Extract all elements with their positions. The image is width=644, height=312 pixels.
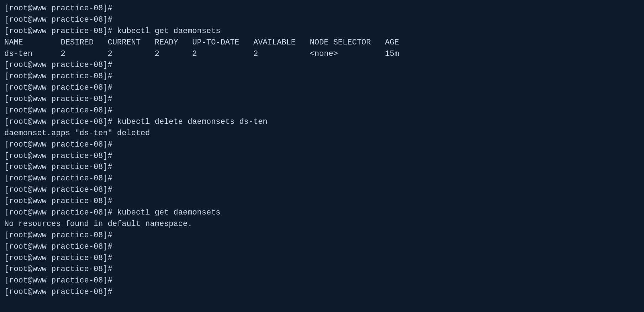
terminal-line: [root@www practice-08]#: [4, 71, 640, 82]
terminal-line: [root@www practice-08]#: [4, 286, 640, 298]
terminal-line: [root@www practice-08]#: [4, 173, 640, 184]
terminal-line: [root@www practice-08]#: [4, 59, 640, 71]
terminal-line: [root@www practice-08]#: [4, 184, 640, 196]
terminal-content: [root@www practice-08]#[root@www practic…: [4, 3, 640, 298]
terminal-line: daemonset.apps "ds-ten" deleted: [4, 128, 640, 139]
terminal-line: [root@www practice-08]# kubectl get daem…: [4, 207, 640, 218]
terminal-line: [root@www practice-08]#: [4, 14, 640, 26]
terminal-line: [root@www practice-08]#: [4, 196, 640, 207]
terminal-line: [root@www practice-08]#: [4, 275, 640, 286]
terminal-line: [root@www practice-08]#: [4, 162, 640, 173]
terminal-line: [root@www practice-08]#: [4, 82, 640, 94]
terminal-line: [root@www practice-08]# kubectl get daem…: [4, 26, 640, 37]
terminal-line: [root@www practice-08]#: [4, 139, 640, 150]
terminal-line: [root@www practice-08]#: [4, 3, 640, 14]
terminal-line: [root@www practice-08]#: [4, 230, 640, 241]
terminal-line: [root@www practice-08]#: [4, 105, 640, 116]
terminal-line: [root@www practice-08]#: [4, 241, 640, 253]
terminal-line: [root@www practice-08]#: [4, 150, 640, 162]
terminal-line: [root@www practice-08]#: [4, 253, 640, 264]
terminal-line: NAME DESIRED CURRENT READY UP-TO-DATE AV…: [4, 37, 640, 48]
terminal-line: ds-ten 2 2 2 2 2 <none> 15m: [4, 48, 640, 60]
terminal-line: No resources found in default namespace.: [4, 218, 640, 230]
terminal-line: [root@www practice-08]# kubectl delete d…: [4, 116, 640, 128]
terminal-line: [root@www practice-08]#: [4, 264, 640, 275]
terminal-line: [root@www practice-08]#: [4, 94, 640, 105]
terminal-window[interactable]: [root@www practice-08]#[root@www practic…: [0, 0, 644, 312]
